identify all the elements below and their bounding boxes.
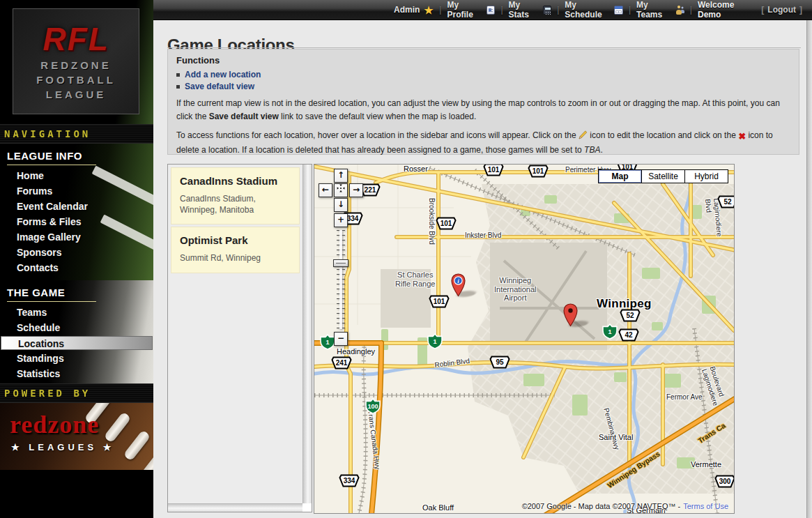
map-type-button[interactable]: Map [598, 169, 642, 183]
topbar-menu-item[interactable]: Admin | [394, 5, 447, 15]
map-type-buttons: MapSatelliteHybrid [599, 169, 728, 183]
function-link[interactable]: Save default view [185, 82, 254, 91]
people-icon [675, 6, 684, 15]
sidebar-item[interactable]: Contacts [0, 260, 153, 275]
logo-line-2: FOOTBALL [13, 73, 139, 87]
locations-list: CanadInns Stadium CanadInns Stadium, Win… [168, 165, 302, 503]
sidebar-item[interactable]: Standings [0, 351, 153, 366]
title-divider [167, 47, 801, 48]
recenter-button[interactable] [334, 183, 348, 197]
location-marker[interactable]: i [451, 273, 466, 297]
highway-shield: 101 [436, 217, 457, 230]
sidebar-item[interactable]: Event Calendar [0, 199, 153, 214]
logout-link[interactable]: Logout [767, 5, 796, 15]
help-paragraph-1: If the current map view is not in the de… [176, 97, 790, 123]
navigation-banner: NAVIGATION [0, 124, 153, 144]
menu-separator: | [629, 5, 631, 15]
map-copyright: ©2007 Google - Map data ©2007 NAVTEQ™ -T… [522, 502, 728, 510]
redzone-brand: redzone [10, 410, 99, 439]
highway-shield: 42 [618, 328, 639, 342]
topbar: Admin | My Profile | My Stats | My Sched… [153, 0, 812, 20]
calculator-icon [543, 6, 552, 15]
zoom-slider-handle[interactable] [333, 259, 348, 267]
page-scrollbar[interactable] [806, 20, 812, 518]
scrollbar-corner [302, 503, 312, 512]
page: RFL REDZONE FOOTBALL LEAGUE NAVIGATION L… [0, 0, 812, 518]
zoom-out-button[interactable]: − [334, 332, 348, 346]
topbar-menu-item[interactable]: My Stats | [509, 0, 565, 20]
zoom-slider-track[interactable] [337, 230, 345, 329]
location-card[interactable]: CanadInns Stadium CanadInns Stadium, Win… [171, 167, 300, 224]
map-type-button[interactable]: Satellite [641, 169, 685, 183]
location-address: CanadInns Stadium, Winnipeg, Manitoba [180, 193, 291, 215]
map-label: Rosser [404, 165, 428, 174]
recenter-icon [337, 184, 345, 192]
rfl-acronym: RFL [13, 20, 139, 58]
svg-text:334: 334 [344, 477, 355, 485]
the-game-header: THE GAME [0, 280, 153, 302]
function-link-item: Add a new location [176, 70, 790, 79]
pan-up-button[interactable]: ↑ [334, 169, 348, 183]
logout-bracket-left: [ [761, 5, 764, 15]
logo-line-3: LEAGUE [13, 87, 139, 102]
sidebar-item[interactable]: Locations [1, 336, 153, 350]
highway-shield: 334 [339, 474, 360, 487]
help-paragraph-2: To access functions for each location, h… [176, 129, 790, 157]
trans-canada-shield: 1 [602, 323, 618, 340]
leagues-subtitle: ★ LEAGUES ★ [11, 442, 114, 452]
svg-text:1: 1 [608, 328, 611, 335]
location-card[interactable]: Optimist Park Summit Rd, Winnipeg [171, 227, 300, 273]
svg-text:1: 1 [325, 339, 329, 346]
pan-down-button[interactable]: ↓ [334, 198, 348, 212]
rfl-logo: RFL REDZONE FOOTBALL LEAGUE [13, 8, 139, 114]
topbar-session: Welcome Demo [ Logout ] [698, 0, 802, 20]
logo-line-1: REDZONE [13, 58, 139, 73]
pan-left-button[interactable]: ← [319, 183, 332, 197]
sidebar-item[interactable]: Home [0, 168, 153, 183]
welcome-text: Welcome Demo [698, 0, 751, 20]
football-lace-decoration [103, 411, 131, 443]
sidebar-item[interactable]: Statistics [0, 366, 153, 381]
svg-text:221: 221 [365, 186, 376, 194]
location-marker[interactable]: i [563, 303, 578, 327]
map-type-button[interactable]: Hybrid [684, 169, 728, 183]
svg-text:334: 334 [347, 215, 359, 222]
tba-emphasis: TBA [584, 145, 600, 155]
location-name: CanadInns Stadium [180, 175, 291, 187]
sidebar-item[interactable]: Teams [0, 305, 153, 320]
topbar-menu-item[interactable]: My Schedule | [565, 0, 636, 20]
trans-canada-shield: 1 [427, 333, 443, 349]
map-label: Headingley [337, 347, 375, 356]
svg-text:95: 95 [496, 358, 504, 366]
football-lace-decoration [123, 429, 151, 461]
locations-vertical-scrollbar[interactable] [302, 165, 312, 503]
svg-text:300: 300 [719, 478, 731, 485]
trans-canada-shield: 1 [320, 334, 335, 350]
logout-bracket-right: ] [799, 5, 802, 15]
sidebar: RFL REDZONE FOOTBALL LEAGUE NAVIGATION L… [0, 0, 153, 518]
svg-text:241: 241 [336, 359, 348, 367]
function-link[interactable]: Add a new location [185, 70, 261, 79]
map-label: Fermor Ave [666, 393, 703, 402]
topbar-menu: Admin | My Profile | My Stats | My Sched… [394, 0, 698, 20]
locations-horizontal-scrollbar[interactable] [168, 503, 302, 512]
topbar-menu-item[interactable]: My Teams | [636, 0, 698, 20]
the-game-section: THE GAME TeamsScheduleLocationsStandings… [0, 280, 153, 383]
map-label: Vermette [691, 460, 721, 469]
topbar-menu-item[interactable]: My Profile | [447, 0, 508, 20]
zoom-in-button[interactable]: + [334, 213, 348, 227]
sidebar-item[interactable]: Sponsors [0, 245, 153, 260]
sidebar-filler [0, 470, 153, 518]
terms-of-use-link[interactable]: Terms of Use [683, 502, 728, 510]
delete-x-icon: ✖ [738, 130, 746, 144]
league-logo-area: RFL REDZONE FOOTBALL LEAGUE [0, 0, 153, 124]
id-card-icon [487, 6, 496, 15]
sidebar-item[interactable]: Schedule [0, 320, 153, 335]
highway-shield: 52 [620, 309, 641, 322]
save-default-view-emphasis: Save default view [209, 112, 279, 121]
locations-panel: CanadInns Stadium CanadInns Stadium, Win… [167, 164, 312, 512]
map-container: RosserPerimeter HwyBrookside BlvdInkster… [314, 164, 735, 514]
map-label: Inkster Blvd [465, 231, 501, 240]
menu-separator: | [500, 5, 503, 15]
pan-right-button[interactable]: → [349, 183, 363, 197]
